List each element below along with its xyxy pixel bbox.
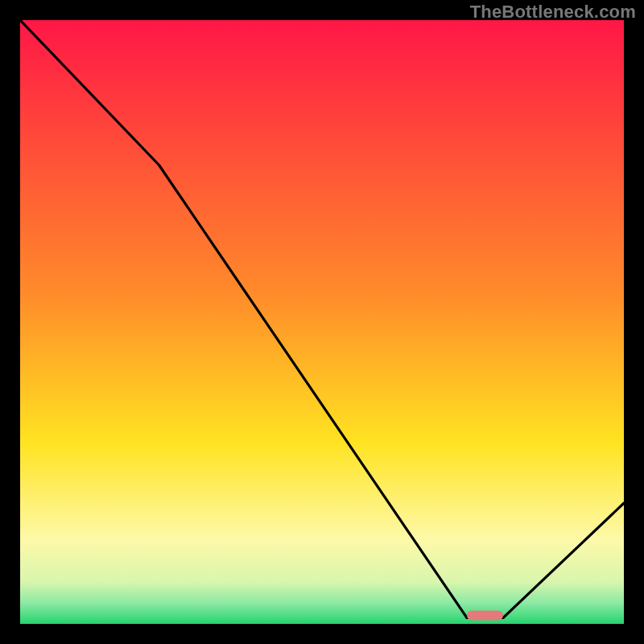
optimal-marker bbox=[467, 611, 503, 621]
chart-svg bbox=[20, 20, 624, 624]
gradient-background bbox=[20, 20, 624, 624]
watermark-text: TheBottleneck.com bbox=[470, 2, 636, 23]
plot-area bbox=[20, 20, 624, 624]
chart-frame: TheBottleneck.com bbox=[0, 0, 644, 644]
